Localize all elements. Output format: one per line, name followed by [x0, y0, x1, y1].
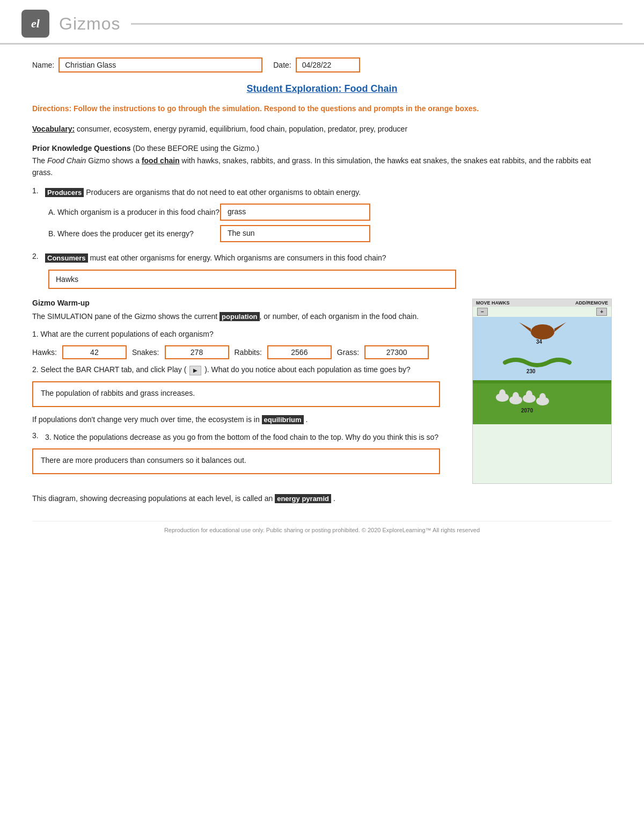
consumers-term: Consumers [45, 253, 88, 263]
svg-point-14 [539, 393, 546, 402]
q1b-label: B. Where does the producer get its energ… [48, 229, 220, 238]
q2-text: Consumers must eat other organisms for e… [45, 252, 612, 264]
page-content: Name: Christian Glass Date: 04/28/22 Stu… [0, 45, 644, 549]
sim-header: MOVE HAWKS ADD/REMOVE [473, 299, 611, 307]
svg-point-2 [531, 324, 554, 339]
header-divider [131, 23, 623, 25]
q1a-row: A. Which organism is a producer in this … [48, 204, 612, 221]
snakes-input[interactable]: 278 [165, 345, 229, 359]
q1-row: 1. Producers Producers are organisms tha… [32, 186, 612, 199]
grass-input[interactable]: 27300 [364, 345, 429, 359]
equilibrium-term: equilibrium [262, 415, 304, 424]
q1-number: 1. [32, 186, 45, 195]
warmup-section: Gizmo Warm-up The SIMULATION pane of the… [32, 299, 612, 484]
date-input[interactable]: 04/28/22 [296, 57, 360, 72]
vocab-label: Vocabulary: [32, 125, 75, 133]
date-label: Date: [273, 61, 291, 69]
warmup-q1-label: 1. What are the current populations of e… [32, 328, 462, 340]
q2-body: must eat other organisms for energy. Whi… [90, 253, 386, 262]
food-chain-svg: 34 230 2070 [473, 317, 612, 424]
equilibrium-end: . [306, 415, 308, 424]
doc-title: Student Exploration: Food Chain [32, 83, 612, 95]
vocabulary-section: Vocabulary: consumer, ecosystem, energy … [32, 123, 612, 135]
warmup-q3-row: 3. 3. Notice the populations decrease as… [32, 431, 462, 443]
sim-controls: – + [473, 307, 611, 317]
warmup-q2-label2: ). What do you notice about each populat… [204, 365, 411, 374]
logo-icon: el [31, 17, 40, 31]
equilibrium-intro: If populations don't change very much ov… [32, 415, 260, 424]
q1-text: Producers Producers are organisms that d… [45, 186, 612, 199]
svg-point-10 [513, 392, 519, 401]
sim-plus-btn[interactable]: + [596, 308, 607, 316]
simulation-image: MOVE HAWKS ADD/REMOVE – + 34 [472, 299, 612, 484]
prior-knowledge-section: Prior Knowledge Questions (Do these BEFO… [32, 142, 612, 178]
sim-header-right: ADD/REMOVE [575, 300, 608, 306]
svg-text:34: 34 [536, 339, 543, 345]
question-1-section: 1. Producers Producers are organisms tha… [32, 186, 612, 243]
date-group: Date: 04/28/22 [273, 57, 360, 72]
warmup-q2-text: 2. Select the BAR CHART tab, and click P… [32, 364, 462, 375]
rabbits-input[interactable]: 2566 [267, 345, 332, 359]
warmup-q3-answer[interactable]: There are more producers than consumers … [32, 448, 440, 474]
prior-knowledge-body: The Food Chain Gizmo shows a food chain … [32, 156, 591, 177]
snakes-label: Snakes: [132, 348, 159, 357]
play-button[interactable]: ▶ [189, 366, 201, 375]
energy-pyramid-intro: This diagram, showing decreasing populat… [32, 494, 273, 503]
question-2-section: 2. Consumers must eat other organisms fo… [32, 252, 612, 289]
logo-box: el [21, 10, 49, 38]
svg-point-12 [526, 390, 532, 399]
page-header: el Gizmos [0, 0, 644, 45]
warmup-text-area: Gizmo Warm-up The SIMULATION pane of the… [32, 299, 462, 484]
svg-rect-16 [473, 380, 612, 383]
rabbits-label: Rabbits: [235, 348, 262, 357]
warmup-heading: Gizmo Warm-up [32, 299, 462, 307]
consumers-answer[interactable]: Hawks [48, 270, 456, 289]
producers-term: Producers [45, 188, 84, 197]
warmup-q3-num: 3. [32, 431, 45, 440]
equilibrium-text: If populations don't change very much ov… [32, 414, 462, 426]
svg-point-8 [499, 389, 506, 398]
hawks-label: Hawks: [32, 348, 57, 357]
warmup-q3-section: 3. 3. Notice the populations decrease as… [32, 431, 462, 474]
sim-minus-btn[interactable]: – [477, 308, 488, 316]
footer: Reproduction for educational use only. P… [32, 521, 612, 533]
q1b-row: B. Where does the producer get its energ… [48, 225, 612, 242]
prior-knowledge-heading: Prior Knowledge Questions [32, 144, 131, 153]
warmup-q3-text: 3. Notice the populations decrease as yo… [45, 431, 462, 443]
energy-pyramid-term: energy pyramid [275, 494, 331, 503]
hawks-input[interactable]: 42 [62, 345, 127, 359]
name-label: Name: [32, 61, 54, 69]
name-group: Name: Christian Glass [32, 57, 262, 72]
directions-text: Directions: Follow the instructions to g… [32, 103, 612, 114]
name-input[interactable]: Christian Glass [58, 57, 262, 72]
prior-knowledge-paren: (Do these BEFORE using the Gizmo.) [133, 144, 259, 153]
q2-number: 2. [32, 252, 45, 260]
grass-label: Grass: [337, 348, 359, 357]
brand-name: Gizmos [59, 14, 120, 34]
footer-text: Reproduction for educational use only. P… [164, 527, 480, 533]
population-row: Hawks: 42 Snakes: 278 Rabbits: 2566 Gras… [32, 345, 462, 359]
q1a-answer[interactable]: grass [220, 204, 370, 221]
svg-text:2070: 2070 [521, 408, 533, 414]
q2-row: 2. Consumers must eat other organisms fo… [32, 252, 612, 264]
population-term: population [219, 312, 259, 321]
name-date-row: Name: Christian Glass Date: 04/28/22 [32, 57, 612, 72]
q1a-label: A. Which organism is a producer in this … [48, 208, 220, 216]
warmup-q2-answer[interactable]: The population of rabbits and grass incr… [32, 381, 440, 407]
svg-text:230: 230 [526, 368, 536, 374]
warmup-q2-label: 2. Select the BAR CHART tab, and click P… [32, 365, 186, 374]
q1-body: Producers are organisms that do not need… [86, 188, 361, 197]
warmup-body: The SIMULATION pane of the Gizmo shows t… [32, 310, 462, 323]
q1b-answer[interactable]: The sun [220, 225, 370, 242]
sim-header-left: MOVE HAWKS [476, 300, 510, 306]
energy-pyramid-text: This diagram, showing decreasing populat… [32, 492, 612, 505]
vocab-terms: consumer, ecosystem, energy pyramid, equ… [77, 125, 407, 133]
energy-pyramid-end: . [333, 494, 335, 503]
